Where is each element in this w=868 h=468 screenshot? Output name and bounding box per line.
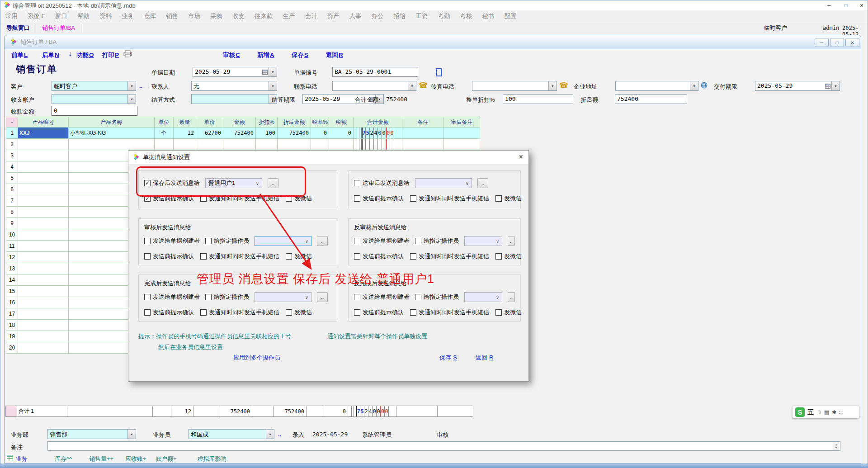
cell-row-no[interactable]: 3 bbox=[6, 150, 18, 161]
browse-button[interactable]: .. bbox=[508, 236, 515, 246]
checkbox[interactable] bbox=[495, 309, 502, 316]
remark-input[interactable]: ▲▼ bbox=[47, 441, 840, 451]
cell-after-discount[interactable]: 752400 bbox=[278, 128, 311, 139]
cell-code[interactable] bbox=[18, 139, 69, 150]
cell-row-no[interactable]: 8 bbox=[6, 207, 18, 218]
cell-code[interactable] bbox=[18, 150, 69, 161]
cell-tax-rate[interactable] bbox=[311, 139, 329, 150]
dialog-back-button[interactable]: 返回R bbox=[476, 354, 493, 362]
cell-code[interactable] bbox=[18, 274, 69, 286]
maximize-button[interactable]: □ bbox=[840, 0, 852, 10]
link-business[interactable]: 业务 bbox=[16, 455, 28, 463]
mdi-minimize-button[interactable]: ─ bbox=[815, 38, 829, 47]
menu-item-20[interactable]: 考勤 bbox=[433, 12, 455, 20]
menu-item-12[interactable]: 往来款 bbox=[250, 12, 278, 20]
confirm-before-send-checkbox[interactable]: 发送前提示确认 bbox=[354, 252, 404, 260]
send-wechat-checkbox[interactable]: 发微信 bbox=[286, 308, 312, 317]
menu-item-15[interactable]: 资产 bbox=[322, 12, 344, 20]
cell-row-no[interactable]: 14 bbox=[6, 274, 18, 286]
printer-icon[interactable] bbox=[123, 50, 132, 59]
menu-item-18[interactable]: 招培 bbox=[389, 12, 411, 20]
checkbox[interactable] bbox=[354, 180, 360, 186]
cell-code[interactable] bbox=[18, 207, 69, 218]
menu-item-16[interactable]: 人事 bbox=[344, 12, 367, 20]
operator-combo[interactable]: ∨ bbox=[464, 236, 502, 246]
close-button[interactable]: ✕ bbox=[856, 0, 868, 10]
cell-note[interactable] bbox=[402, 139, 444, 150]
cell-name[interactable]: 小型机-XG-NG bbox=[69, 128, 155, 139]
menu-item-13[interactable]: 生产 bbox=[278, 12, 300, 20]
cell-code[interactable] bbox=[18, 229, 69, 241]
cell-unit[interactable] bbox=[155, 139, 174, 150]
cell-code[interactable] bbox=[18, 252, 69, 263]
cell-tax-rate[interactable]: 0 bbox=[311, 128, 329, 139]
doc-date-field[interactable]: 2025-05-29 ▼ bbox=[193, 67, 277, 77]
cell-qty[interactable] bbox=[174, 139, 196, 150]
menu-item-10[interactable]: 采购 bbox=[205, 12, 227, 20]
checkbox[interactable] bbox=[410, 309, 416, 316]
menu-item-4[interactable]: 帮助 bbox=[72, 12, 94, 20]
apply-multi-operator-link[interactable]: 应用到多个操作员 bbox=[233, 354, 280, 362]
cell-row-no[interactable]: 19 bbox=[6, 331, 18, 342]
checkbox[interactable] bbox=[144, 238, 151, 244]
ime-logo-icon[interactable]: S bbox=[795, 407, 805, 417]
checkbox[interactable] bbox=[415, 294, 421, 300]
cell-code[interactable] bbox=[18, 331, 69, 342]
browse-button[interactable]: .. bbox=[317, 236, 328, 246]
cell-code[interactable] bbox=[18, 173, 69, 184]
checkbox[interactable] bbox=[354, 195, 360, 202]
link-account-amount[interactable]: 账户额+ bbox=[156, 455, 177, 463]
phone-combo[interactable]: ▼ bbox=[332, 81, 416, 91]
checkbox[interactable] bbox=[205, 294, 212, 300]
customer-combo[interactable]: 临时客户▼ bbox=[52, 81, 136, 91]
checkbox[interactable] bbox=[410, 253, 416, 260]
checkbox[interactable] bbox=[354, 238, 360, 244]
to-operator-checkbox[interactable]: 给指定操作员 bbox=[415, 293, 459, 301]
cell-price[interactable] bbox=[196, 139, 223, 150]
menu-item-2[interactable]: 系统 F bbox=[23, 12, 50, 20]
grid-icon[interactable]: ∷ bbox=[839, 409, 843, 416]
cell-row-no[interactable]: 12 bbox=[6, 252, 18, 263]
checkbox[interactable] bbox=[354, 294, 360, 300]
menu-item-14[interactable]: 会计 bbox=[300, 12, 322, 20]
account-combo[interactable]: ▼ bbox=[52, 94, 136, 104]
tab-navigation[interactable]: 导航窗口 bbox=[0, 24, 36, 33]
phone-icon[interactable]: ☎ bbox=[419, 81, 428, 90]
dropdown-arrow[interactable]: ▼ bbox=[269, 81, 277, 90]
menu-item-21[interactable]: 考核 bbox=[455, 12, 477, 20]
print-button[interactable]: 打印P bbox=[102, 51, 119, 59]
cell-row-no[interactable]: 5 bbox=[6, 173, 18, 184]
cell-row-no[interactable]: 15 bbox=[6, 286, 18, 297]
cell-code[interactable] bbox=[18, 263, 69, 274]
globe-icon[interactable] bbox=[701, 82, 708, 90]
cell-row-no[interactable]: 6 bbox=[6, 184, 18, 195]
cell-row-no[interactable]: 16 bbox=[6, 297, 18, 308]
link-receivable[interactable]: 应收账+ bbox=[125, 455, 146, 463]
checkbox[interactable] bbox=[495, 195, 502, 202]
mdi-close-button[interactable]: ✕ bbox=[845, 38, 859, 47]
keyboard-icon[interactable]: ▦ bbox=[824, 409, 829, 416]
dropdown-arrow[interactable]: ▼ bbox=[408, 81, 416, 90]
clipboard-icon[interactable]: ✱ bbox=[832, 409, 836, 416]
cell-code[interactable] bbox=[18, 342, 69, 354]
cell-row-no[interactable]: 13 bbox=[6, 263, 18, 274]
send-wechat-checkbox[interactable]: 发微信 bbox=[286, 252, 312, 260]
to-operator-checkbox[interactable]: 给指定操作员 bbox=[415, 237, 459, 245]
ime-mode[interactable]: 五 bbox=[807, 408, 814, 416]
menu-item-11[interactable]: 收支 bbox=[227, 12, 250, 20]
dropdown-arrow[interactable]: ▼ bbox=[127, 81, 136, 90]
salesman-combo[interactable]: 和国成▼ bbox=[189, 429, 274, 439]
cell-row-no[interactable]: 10 bbox=[6, 229, 18, 241]
settle-method-combo[interactable]: ▼ bbox=[191, 94, 277, 104]
cell-after-discount[interactable] bbox=[278, 139, 311, 150]
cell-row-no[interactable]: 9 bbox=[6, 218, 18, 229]
dropdown-arrow[interactable]: ▼ bbox=[127, 95, 136, 104]
moon-icon[interactable]: ☽ bbox=[816, 409, 821, 416]
address-combo[interactable]: ▼ bbox=[615, 81, 698, 91]
cell-code[interactable] bbox=[18, 320, 69, 331]
browse-button[interactable]: .. bbox=[317, 292, 328, 302]
dropdown-arrow[interactable]: ▼ bbox=[266, 430, 274, 439]
dropdown-arrow[interactable]: ▼ bbox=[690, 81, 698, 90]
save-button[interactable]: 保存S bbox=[292, 51, 308, 59]
deliver-date-field[interactable]: 2025-05-29 ▼ bbox=[755, 81, 840, 91]
